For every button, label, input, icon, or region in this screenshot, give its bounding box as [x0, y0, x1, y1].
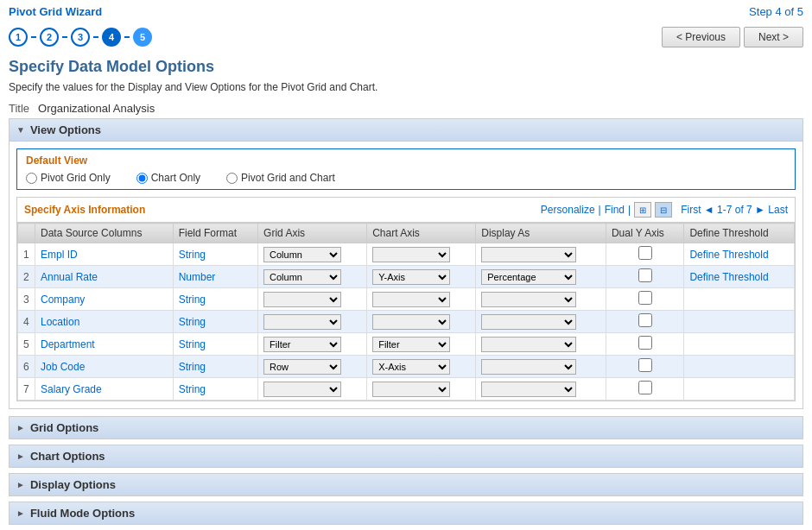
step-5[interactable]: 5 [133, 28, 152, 47]
personalize-link[interactable]: Personalize [541, 204, 595, 216]
radio-pivot-grid-chart-input[interactable] [226, 173, 238, 184]
dual-y-checkbox-6[interactable] [638, 358, 652, 372]
chart-axis-select-2[interactable]: X-AxisY-AxisFilter [372, 269, 450, 285]
section-arrow: ► [16, 423, 25, 432]
row-chart-axis-5[interactable]: X-AxisY-AxisFilter [367, 333, 476, 356]
col-header-dualy: Dual Y Axis [606, 224, 684, 243]
row-name-1: Empl ID [35, 243, 174, 266]
row-threshold-1[interactable]: Define Threshold [684, 243, 795, 266]
row-chart-axis-7[interactable]: X-AxisY-AxisFilter [367, 378, 476, 401]
dual-y-checkbox-5[interactable] [638, 336, 652, 350]
radio-pivot-grid-only[interactable]: Pivot Grid Only [26, 172, 111, 184]
chart-axis-select-5[interactable]: X-AxisY-AxisFilter [372, 337, 450, 352]
row-chart-axis-3[interactable]: X-AxisY-AxisFilter [367, 288, 476, 311]
display-as-select-7[interactable]: PercentageCountSum [481, 382, 576, 397]
pagination-info: 1-7 of 7 [717, 204, 752, 216]
row-chart-axis-6[interactable]: X-AxisY-AxisFilter [367, 356, 476, 378]
row-dual-y-1[interactable] [606, 243, 684, 266]
row-dual-y-6[interactable] [606, 356, 684, 378]
display-as-select-3[interactable]: PercentageCountSum [481, 292, 576, 307]
grid-axis-select-7[interactable]: ColumnRowFilter [263, 382, 341, 397]
define-threshold-link-2[interactable]: Define Threshold [689, 271, 768, 283]
row-threshold-4 [684, 311, 795, 333]
collapsed-section-grid-options[interactable]: ►Grid Options [9, 416, 803, 439]
display-as-select-5[interactable]: PercentageCountSum [481, 337, 576, 352]
display-as-select-6[interactable]: PercentageCountSum [481, 359, 576, 375]
row-display-as-1[interactable]: PercentageCountSum [476, 243, 606, 266]
row-chart-axis-2[interactable]: X-AxisY-AxisFilter [367, 266, 476, 288]
dual-y-checkbox-4[interactable] [638, 313, 652, 327]
radio-pivot-grid-and-chart[interactable]: Pivot Grid and Chart [226, 172, 335, 184]
row-threshold-3 [684, 288, 795, 311]
row-display-as-3[interactable]: PercentageCountSum [476, 288, 606, 311]
collapsed-section-chart-options[interactable]: ►Chart Options [9, 445, 803, 468]
grid-axis-select-4[interactable]: ColumnRowFilter [263, 314, 341, 330]
collapsed-section-display-options[interactable]: ►Display Options [9, 473, 803, 496]
radio-pivot-grid-only-input[interactable] [26, 173, 37, 184]
row-grid-axis-6[interactable]: ColumnRowFilter [258, 356, 367, 378]
radio-chart-only-input[interactable] [136, 173, 148, 184]
chart-axis-select-4[interactable]: X-AxisY-AxisFilter [372, 314, 450, 330]
step-3[interactable]: 3 [71, 28, 90, 47]
row-display-as-4[interactable]: PercentageCountSum [476, 311, 606, 333]
row-num-2: 2 [18, 266, 35, 288]
row-grid-axis-3[interactable]: ColumnRowFilter [258, 288, 367, 311]
view-icon-2[interactable]: ⊟ [655, 202, 672, 218]
view-options-label: View Options [30, 123, 101, 136]
row-dual-y-4[interactable] [606, 311, 684, 333]
last-label[interactable]: Last [768, 204, 788, 216]
axis-toolbar: Personalize | Find | ⊞ ⊟ First ◄ 1-7 of … [541, 202, 788, 218]
next-page-icon[interactable]: ► [755, 204, 768, 216]
chart-axis-select-1[interactable]: X-AxisY-AxisFilter [372, 247, 450, 262]
row-chart-axis-1[interactable]: X-AxisY-AxisFilter [367, 243, 476, 266]
col-header-num [18, 224, 35, 243]
row-grid-axis-4[interactable]: ColumnRowFilter [258, 311, 367, 333]
radio-chart-only[interactable]: Chart Only [136, 172, 200, 184]
row-grid-axis-1[interactable]: ColumnRowFilter [258, 243, 367, 266]
row-dual-y-3[interactable] [606, 288, 684, 311]
dual-y-checkbox-7[interactable] [638, 381, 652, 394]
chart-axis-select-3[interactable]: X-AxisY-AxisFilter [372, 292, 450, 307]
view-icon-1[interactable]: ⊞ [634, 202, 651, 218]
grid-axis-select-1[interactable]: ColumnRowFilter [263, 247, 341, 262]
step-1[interactable]: 1 [9, 28, 28, 47]
view-options-header[interactable]: ▼ View Options [10, 119, 802, 142]
row-dual-y-5[interactable] [606, 333, 684, 356]
display-as-select-2[interactable]: PercentageCountSum [481, 269, 576, 285]
grid-axis-select-3[interactable]: ColumnRowFilter [263, 292, 341, 307]
collapsed-section-fluid-mode-options[interactable]: ►Fluid Mode Options [9, 502, 803, 525]
dual-y-checkbox-3[interactable] [638, 291, 652, 305]
dual-y-checkbox-2[interactable] [638, 268, 652, 282]
row-format-5: String [173, 333, 257, 356]
table-row: 5 Department String ColumnRowFilter X-Ax… [18, 333, 795, 356]
row-display-as-6[interactable]: PercentageCountSum [476, 356, 606, 378]
dual-y-checkbox-1[interactable] [638, 246, 652, 260]
row-display-as-7[interactable]: PercentageCountSum [476, 378, 606, 401]
grid-axis-select-6[interactable]: ColumnRowFilter [263, 359, 341, 375]
row-chart-axis-4[interactable]: X-AxisY-AxisFilter [367, 311, 476, 333]
row-display-as-2[interactable]: PercentageCountSum [476, 266, 606, 288]
row-grid-axis-7[interactable]: ColumnRowFilter [258, 378, 367, 401]
step-2[interactable]: 2 [40, 28, 59, 47]
display-as-select-4[interactable]: PercentageCountSum [481, 314, 576, 330]
row-threshold-2[interactable]: Define Threshold [684, 266, 795, 288]
next-button[interactable]: Next > [744, 27, 803, 47]
prev-button[interactable]: < Previous [662, 27, 740, 47]
find-link[interactable]: Find [605, 204, 625, 216]
row-grid-axis-5[interactable]: ColumnRowFilter [258, 333, 367, 356]
table-row: 1 Empl ID String ColumnRowFilter X-AxisY… [18, 243, 795, 266]
grid-axis-select-2[interactable]: ColumnRowFilter [263, 269, 341, 285]
grid-axis-select-5[interactable]: ColumnRowFilter [263, 337, 341, 352]
define-threshold-link-1[interactable]: Define Threshold [689, 249, 768, 261]
row-dual-y-7[interactable] [606, 378, 684, 401]
chart-axis-select-6[interactable]: X-AxisY-AxisFilter [372, 359, 450, 375]
row-grid-axis-2[interactable]: ColumnRowFilter [258, 266, 367, 288]
row-display-as-5[interactable]: PercentageCountSum [476, 333, 606, 356]
first-label[interactable]: First [681, 204, 701, 216]
prev-page-icon[interactable]: ◄ [704, 204, 717, 216]
col-header-chartaxis: Chart Axis [367, 224, 476, 243]
step-4[interactable]: 4 [102, 28, 121, 47]
display-as-select-1[interactable]: PercentageCountSum [481, 247, 576, 262]
chart-axis-select-7[interactable]: X-AxisY-AxisFilter [372, 382, 450, 397]
row-dual-y-2[interactable] [606, 266, 684, 288]
